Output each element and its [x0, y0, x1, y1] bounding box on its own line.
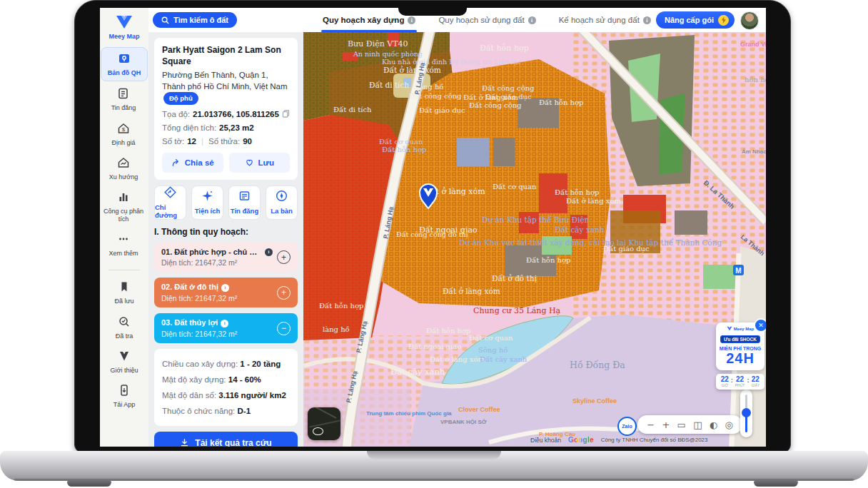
avatar[interactable] — [740, 11, 759, 30]
sidebar-item-0[interactable]: Bản đồ QH — [101, 47, 148, 81]
map-zone-label: Đất ngoại giao — [408, 342, 461, 350]
coverage-badge[interactable]: Độ phủ — [163, 92, 198, 104]
planning-item-2[interactable]: 03. Đất thủy lợiiDiện tích: 21647,32 m²− — [154, 313, 298, 343]
map-zone-label: An ninh quốc phòng — [353, 50, 423, 58]
planning-map: M Bưu Điện VT40An ninh quốc phòngKhu nhà… — [303, 32, 766, 447]
property-card: Park Hyatt Saigon 2 Lam Son Square Phườn… — [154, 38, 298, 180]
info-icon: i — [221, 284, 229, 292]
quick-action-label: Tiện ích — [195, 207, 221, 215]
minimap-toggle[interactable] — [308, 407, 340, 440]
planning-item-0[interactable]: 01. Đất phức hợp - chủ đạo chức năngiDiệ… — [154, 243, 298, 273]
meeymap-logo-icon — [115, 15, 133, 29]
sidebar-item-label: Tải App — [103, 401, 146, 408]
searched-icon — [118, 315, 131, 328]
sidebar-item-2[interactable]: Giới thiệu — [101, 345, 147, 378]
countdown-unit: 22GIÂY — [751, 375, 760, 387]
brand-icon — [118, 350, 131, 362]
share-icon — [171, 158, 181, 167]
copy-icon[interactable] — [282, 110, 290, 118]
sidebar-item-1[interactable]: Đã tra — [101, 311, 147, 344]
news-icon — [238, 190, 251, 205]
quick-action-3[interactable]: La bàn — [266, 185, 298, 220]
planning-item-1[interactable]: 02. Đất ở đô thịiDiện tích: 21647,32 m²+ — [154, 278, 298, 307]
expand-toggle-icon[interactable]: − — [277, 322, 291, 335]
upgrade-button[interactable]: Nâng cấp gói — [656, 11, 735, 29]
planning-list: 01. Đất phức hợp - chủ đạo chức năngiDiệ… — [154, 243, 298, 343]
zoom-out-button[interactable]: − — [647, 420, 655, 429]
locate-icon[interactable]: ◎ — [725, 420, 732, 429]
countdown-unit: 22PHÚT — [735, 375, 745, 387]
sidebar-item-3[interactable]: Xu hướng — [101, 152, 146, 185]
lightning-icon — [718, 15, 729, 26]
sidebar-item-label: Tin đăng — [102, 104, 145, 111]
planning-detail-card: Chiều cao xây dựng: 1 - 20 tầngMật độ xâ… — [154, 349, 298, 426]
map-zone-label: Đất giáo dục — [603, 245, 650, 253]
share-button[interactable]: Chia sẻ — [162, 153, 223, 173]
measure-tool-icon[interactable]: ▭ — [677, 420, 686, 429]
sidebar-item-0[interactable]: Đã lưu — [101, 276, 147, 309]
expand-toggle-icon[interactable]: + — [277, 286, 291, 300]
slider-knob[interactable] — [742, 408, 751, 417]
map-canvas[interactable]: M Bưu Điện VT40An ninh quốc phòngKhu nhà… — [303, 32, 766, 447]
download-results-button[interactable]: Tải kết quả tra cứu — [154, 432, 298, 447]
map-zone-label: hồn hợp — [745, 76, 766, 83]
zalo-button[interactable]: Zalo — [617, 417, 637, 436]
save-button[interactable]: Lưu — [229, 153, 291, 173]
promo-close-icon[interactable]: ✕ — [754, 318, 766, 332]
terms-link[interactable]: Điều khoản — [530, 437, 561, 444]
map-zone-label: Khu nhà ở gia đình Bộ thông tin Liên lạc — [382, 58, 521, 66]
planning-item-title: 03. Đất thủy lợi — [161, 318, 218, 328]
map-zone-label: Đất ở làng xóm — [383, 66, 441, 74]
planning-item-area: Diện tích: 21647,32 m² — [161, 294, 273, 303]
opacity-slider[interactable] — [740, 390, 752, 437]
map-zone-label: Đất công cộng — [469, 101, 522, 109]
planning-item-title: 02. Đất ở đô thị — [161, 283, 218, 293]
planning-item-area: Diện tích: 21647,32 m² — [161, 330, 273, 338]
map-zone-label: Đất hỗn hợp — [539, 98, 583, 106]
promo-countdown: 22GIỜ:22PHÚT:22GIÂY — [716, 374, 764, 390]
quick-action-label: Tin đăng — [231, 207, 258, 215]
tab-label: Quy hoạch sử dụng đất — [438, 16, 524, 24]
laptop-screen: Meey Map Bản đồ QHTin đăng$Định giáXu hư… — [74, 0, 791, 453]
sidebar-item-1[interactable]: Tin đăng — [101, 83, 146, 116]
laptop-base — [0, 451, 868, 481]
zoom-in-button[interactable]: + — [662, 420, 670, 429]
tab-2[interactable]: Kế hoạch sử dụng đấti — [557, 8, 652, 32]
promo-badge: Ưu đãi SHOCK — [720, 335, 760, 343]
map-zone-label: VPBANK HỘI SỞ — [440, 419, 487, 425]
info-icon: i — [265, 248, 273, 256]
map-zone-label: Đất cơ quan — [469, 334, 513, 342]
valuation-icon: $ — [117, 122, 130, 135]
sidebar-item-label: Bản đồ QH — [103, 69, 146, 76]
quick-action-1[interactable]: Tiện ích — [191, 185, 223, 220]
map-zone-label: Đất ở đô thị — [492, 274, 537, 283]
map-zone-label: Clover Coffee — [458, 406, 500, 413]
map-zone-label: Đất ở làng xóm — [443, 287, 500, 295]
sidebar-item-5[interactable]: Xem thêm — [101, 228, 146, 261]
sidebar-item-label: Xu hướng — [102, 173, 145, 181]
sidebar-item-4[interactable]: Công cụ phân tích — [101, 186, 146, 227]
map-zone-label: Bưu Điện VT40 — [348, 39, 408, 49]
metro-station-marker[interactable]: M — [733, 265, 744, 275]
split-view-icon[interactable]: ◫ — [693, 420, 702, 429]
sidebar-item-3[interactable]: Tải App — [101, 380, 147, 412]
sidebar-footer: Đã lưuĐã traGiới thiệuTải App — [101, 275, 147, 414]
quick-action-2[interactable]: Tin đăng — [228, 185, 261, 220]
map-zone-label: Đất cây xanh — [390, 367, 445, 377]
map-zone-label: Đất ở làng xóm — [463, 93, 518, 101]
brand-logo[interactable]: Meey Map — [108, 15, 139, 40]
property-address: Phường Bến Thành, Quận 1, Thành phố Hồ C… — [162, 69, 290, 104]
quick-action-0[interactable]: Chỉ đường — [154, 185, 186, 220]
quick-action-label: Chỉ đường — [155, 203, 186, 219]
info-panel: Park Hyatt Saigon 2 Lam Son Square Phườn… — [148, 32, 303, 447]
sidebar-item-label: Đã tra — [103, 332, 146, 340]
sidebar-item-2[interactable]: $Định giá — [101, 118, 146, 151]
compass-icon — [276, 190, 288, 205]
map-zone-label: Đất cây xanh — [555, 225, 605, 234]
expand-toggle-icon[interactable]: + — [277, 250, 291, 264]
map-zone-label: Đất công cộng — [482, 84, 535, 92]
map-zone-label: Đất cây xanh — [480, 355, 528, 363]
search-button[interactable]: Tìm kiếm ô đất — [153, 12, 237, 28]
contrast-toggle-icon[interactable]: ◐ — [710, 420, 717, 429]
planning-item-area: Diện tích: 21647,32 m² — [161, 258, 273, 267]
